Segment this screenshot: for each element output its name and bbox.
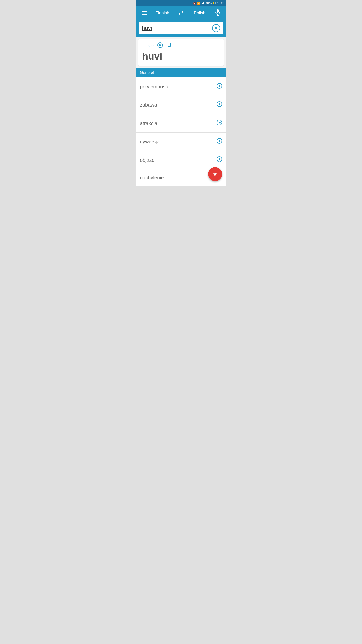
svg-rect-7 bbox=[213, 2, 214, 4]
translation-item[interactable]: zabawa bbox=[136, 96, 226, 114]
menu-line-2 bbox=[142, 13, 147, 13]
section-header: General bbox=[136, 68, 226, 77]
translation-word: objazd bbox=[140, 157, 155, 163]
svg-rect-4 bbox=[205, 1, 205, 4]
favorite-fab[interactable]: ★ bbox=[208, 167, 222, 181]
status-icons: 🔇 📶 34% bbox=[193, 1, 224, 5]
app-bar: Finnish Polish bbox=[136, 6, 226, 20]
svg-marker-16 bbox=[219, 85, 221, 87]
time-text: 18:29 bbox=[217, 2, 224, 5]
signal-icon bbox=[202, 1, 205, 5]
svg-marker-24 bbox=[219, 158, 221, 160]
svg-rect-8 bbox=[217, 9, 219, 13]
swap-languages-button[interactable] bbox=[176, 9, 186, 17]
play-translation-button[interactable] bbox=[217, 120, 222, 127]
menu-line-1 bbox=[142, 11, 147, 12]
battery-text: 34% bbox=[206, 2, 212, 5]
target-language-button[interactable]: Polish bbox=[186, 11, 213, 16]
menu-line-3 bbox=[142, 14, 147, 15]
bluetooth-icon: 📶 bbox=[197, 2, 201, 5]
search-input[interactable] bbox=[142, 25, 212, 31]
translation-word: odchylenie bbox=[140, 175, 164, 181]
svg-rect-6 bbox=[216, 2, 216, 3]
translation-item[interactable]: dywersja bbox=[136, 133, 226, 151]
search-input-wrapper: ✕ bbox=[139, 22, 223, 34]
microphone-button[interactable] bbox=[213, 7, 222, 19]
source-card-header: Finnish bbox=[142, 42, 220, 49]
svg-marker-22 bbox=[219, 140, 221, 142]
translation-item[interactable]: przyjemność bbox=[136, 77, 226, 96]
search-bar: ✕ bbox=[136, 20, 226, 37]
play-source-button[interactable] bbox=[157, 42, 163, 49]
mute-icon: 🔇 bbox=[193, 2, 196, 5]
play-translation-button[interactable] bbox=[217, 101, 222, 108]
svg-marker-12 bbox=[159, 44, 162, 46]
svg-rect-3 bbox=[204, 2, 204, 4]
play-translation-button[interactable] bbox=[217, 83, 222, 90]
phone-container: 🔇 📶 34% bbox=[136, 0, 226, 186]
svg-marker-20 bbox=[219, 121, 221, 124]
translation-item[interactable]: objazd bbox=[136, 151, 226, 169]
status-bar: 🔇 📶 34% bbox=[136, 0, 226, 6]
source-language-button[interactable]: Finnish bbox=[149, 11, 176, 16]
copy-source-button[interactable] bbox=[166, 42, 171, 49]
svg-rect-2 bbox=[203, 2, 204, 4]
star-icon: ★ bbox=[212, 171, 218, 178]
source-word: huvi bbox=[142, 51, 220, 62]
translation-word: atrakcja bbox=[140, 120, 157, 126]
play-translation-button[interactable] bbox=[217, 156, 222, 164]
menu-button[interactable] bbox=[140, 9, 149, 17]
source-card: Finnish huvi bbox=[138, 39, 224, 66]
source-lang-label: Finnish bbox=[142, 44, 154, 48]
battery-icon bbox=[213, 2, 216, 5]
play-translation-button[interactable] bbox=[217, 138, 222, 145]
clear-button[interactable]: ✕ bbox=[212, 24, 220, 32]
translation-word: dywersja bbox=[140, 139, 160, 145]
translation-word: zabawa bbox=[140, 102, 157, 108]
svg-rect-0 bbox=[202, 3, 202, 4]
clear-icon: ✕ bbox=[215, 26, 218, 30]
svg-marker-18 bbox=[219, 103, 221, 105]
translation-word: przyjemność bbox=[140, 84, 168, 90]
svg-rect-14 bbox=[168, 43, 171, 46]
translation-item[interactable]: atrakcja bbox=[136, 114, 226, 133]
svg-rect-1 bbox=[202, 3, 203, 4]
